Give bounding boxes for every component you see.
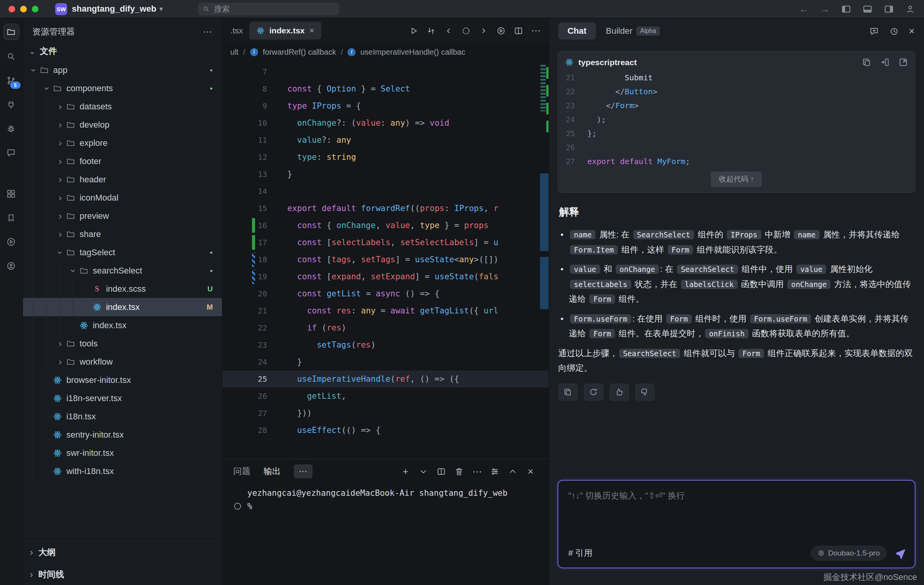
tab-builder[interactable]: Builder Alpha bbox=[606, 26, 660, 36]
code-line[interactable]: 26 bbox=[558, 140, 915, 154]
close-window-button[interactable] bbox=[9, 6, 15, 12]
code-line[interactable]: 27export default MyForm; bbox=[558, 154, 915, 168]
tree-item[interactable]: index.tsxM bbox=[23, 298, 222, 316]
tree-item[interactable]: index.tsx bbox=[23, 316, 222, 334]
new-terminal-icon[interactable]: + bbox=[399, 464, 413, 478]
comments-icon[interactable] bbox=[3, 145, 19, 160]
tab-partial[interactable]: .tsx bbox=[228, 26, 245, 35]
explorer-icon[interactable] bbox=[3, 24, 19, 40]
tree-item[interactable]: ›preview bbox=[23, 207, 222, 225]
thumbs-up-icon[interactable] bbox=[610, 384, 629, 401]
copy-code-icon[interactable] bbox=[862, 57, 872, 67]
send-icon[interactable] bbox=[894, 547, 906, 559]
tree-item[interactable]: ›iconModal bbox=[23, 189, 222, 207]
sidebar-more-icon[interactable]: ⋯ bbox=[203, 26, 213, 37]
code-line[interactable]: 21 const res: any = await getTagList({ u… bbox=[222, 302, 549, 319]
toggle-sidebar-icon[interactable] bbox=[841, 4, 851, 14]
code-line[interactable]: 20 const getList = async () => { bbox=[222, 285, 549, 302]
code-line[interactable]: 22 </Button> bbox=[558, 85, 915, 99]
collapse-panel-icon[interactable] bbox=[506, 464, 520, 478]
model-selector[interactable]: Doubao-1.5-pro bbox=[811, 546, 886, 561]
copilot-icon[interactable] bbox=[3, 258, 19, 273]
code-line[interactable]: 26 getList, bbox=[222, 388, 549, 405]
close-panel-icon[interactable]: × bbox=[524, 464, 538, 478]
code-line[interactable]: 9type IProps = { bbox=[222, 97, 549, 114]
tree-item[interactable]: ›components● bbox=[23, 79, 222, 97]
code-line[interactable]: 17 const [selectLabels, setSelectLabels]… bbox=[222, 234, 549, 251]
code-line[interactable]: 24 } bbox=[222, 353, 549, 370]
maximize-window-button[interactable] bbox=[32, 6, 38, 12]
debug-icon[interactable] bbox=[3, 121, 19, 136]
tree-item[interactable]: i18n-server.tsx bbox=[23, 389, 222, 407]
code-line[interactable]: 7 bbox=[222, 63, 549, 80]
code-line[interactable]: 16 const { onChange, value, type } = pro… bbox=[222, 217, 549, 234]
tab-index-tsx[interactable]: index.tsx × bbox=[249, 22, 321, 40]
close-tab-icon[interactable]: × bbox=[309, 26, 314, 36]
tree-item[interactable]: i18n.tsx bbox=[23, 407, 222, 426]
insert-code-icon[interactable] bbox=[880, 57, 890, 67]
code-line[interactable]: 23 setTags(res) bbox=[222, 336, 549, 353]
debug-run-icon[interactable] bbox=[494, 24, 508, 38]
tab-problems[interactable]: 问题 bbox=[233, 466, 250, 477]
open-changes-icon[interactable] bbox=[424, 24, 438, 38]
code-line[interactable]: 23 </Form> bbox=[558, 99, 915, 112]
tree-item[interactable]: with-i18n.tsx bbox=[23, 462, 222, 480]
tree-item[interactable]: ›workflow bbox=[23, 353, 222, 371]
panel-more-icon[interactable]: ⋯ bbox=[470, 464, 484, 478]
tree-item[interactable]: ›tagSelect● bbox=[23, 243, 222, 261]
timeline-section[interactable]: › 时间线 bbox=[23, 563, 222, 585]
tree-item[interactable]: swr-initor.tsx bbox=[23, 444, 222, 462]
project-name[interactable]: shangtang_dify_web bbox=[72, 4, 156, 14]
minimize-window-button[interactable] bbox=[20, 6, 27, 12]
next-change-icon[interactable] bbox=[476, 24, 491, 38]
search-sidebar-icon[interactable] bbox=[3, 48, 19, 64]
code-line[interactable]: 15export default forwardRef((props: IPro… bbox=[222, 200, 549, 217]
outline-section[interactable]: › 大纲 bbox=[23, 541, 222, 563]
panel-more-tabs-button[interactable]: ⋯ bbox=[294, 464, 313, 478]
code-line[interactable]: 27 })) bbox=[222, 405, 549, 422]
code-editor[interactable]: 78const { Option } = Select9type IProps … bbox=[222, 61, 549, 459]
code-line[interactable]: 11 value?: any bbox=[222, 132, 549, 149]
global-search-box[interactable] bbox=[198, 3, 339, 16]
remote-icon[interactable] bbox=[3, 97, 19, 112]
extensions-icon[interactable] bbox=[3, 186, 19, 201]
run-file-icon[interactable] bbox=[406, 24, 421, 38]
revert-change-icon[interactable] bbox=[459, 24, 473, 38]
forward-icon[interactable]: → bbox=[820, 3, 830, 15]
tree-item[interactable]: browser-initor.tsx bbox=[23, 371, 222, 389]
tree-item[interactable]: ›tools bbox=[23, 334, 222, 353]
tree-item[interactable]: ›share bbox=[23, 225, 222, 243]
code-line[interactable]: 8const { Option } = Select bbox=[222, 80, 549, 97]
code-line[interactable]: 19 const [expand, setExpand] = useState(… bbox=[222, 268, 549, 285]
tree-item[interactable]: ›explore bbox=[23, 134, 222, 152]
split-terminal-icon[interactable] bbox=[434, 464, 448, 478]
filter-icon[interactable] bbox=[488, 464, 502, 478]
code-line[interactable]: 18 const [tags, setTags] = useState<any>… bbox=[222, 251, 549, 268]
bookmarks-icon[interactable] bbox=[3, 210, 19, 225]
regenerate-icon[interactable] bbox=[584, 384, 603, 401]
collapse-code-button[interactable]: 收起代码 ↑ bbox=[711, 171, 762, 187]
code-line[interactable]: 12 type: string bbox=[222, 149, 549, 166]
breadcrumb-item[interactable]: useImperativeHandle() callbac bbox=[360, 48, 465, 57]
code-line[interactable]: 10 onChange?: (value: any) => void bbox=[222, 114, 549, 132]
source-control-icon[interactable]: 5 bbox=[3, 73, 19, 88]
tree-item[interactable]: ›searchSelect● bbox=[23, 261, 222, 280]
code-line[interactable]: 22 if (res) bbox=[222, 319, 549, 336]
tab-output[interactable]: 输出 bbox=[264, 466, 281, 477]
reference-button[interactable]: # 引用 bbox=[568, 547, 592, 559]
tree-item[interactable]: ›datasets bbox=[23, 97, 222, 116]
trash-icon[interactable] bbox=[452, 464, 466, 478]
tab-chat[interactable]: Chat bbox=[558, 22, 596, 40]
tree-item[interactable]: ›footer bbox=[23, 152, 222, 170]
chat-input[interactable]: "↑↓" 切换历史输入，"⇧⏎" 换行 # 引用 Doubao-1.5-pro bbox=[558, 480, 915, 568]
toggle-secondary-sidebar-icon[interactable] bbox=[884, 4, 894, 14]
code-line[interactable]: 25}; bbox=[558, 126, 915, 140]
code-line[interactable]: 25 useImperativeHandle(ref, () => ({ bbox=[222, 370, 549, 388]
terminal-picker-chevron-icon[interactable] bbox=[417, 464, 431, 478]
code-line[interactable]: 13} bbox=[222, 166, 549, 183]
back-icon[interactable]: ← bbox=[799, 3, 809, 15]
split-editor-icon[interactable] bbox=[511, 24, 526, 38]
new-chat-icon[interactable] bbox=[869, 26, 879, 36]
search-input[interactable] bbox=[214, 4, 335, 14]
open-in-editor-icon[interactable] bbox=[898, 57, 908, 67]
